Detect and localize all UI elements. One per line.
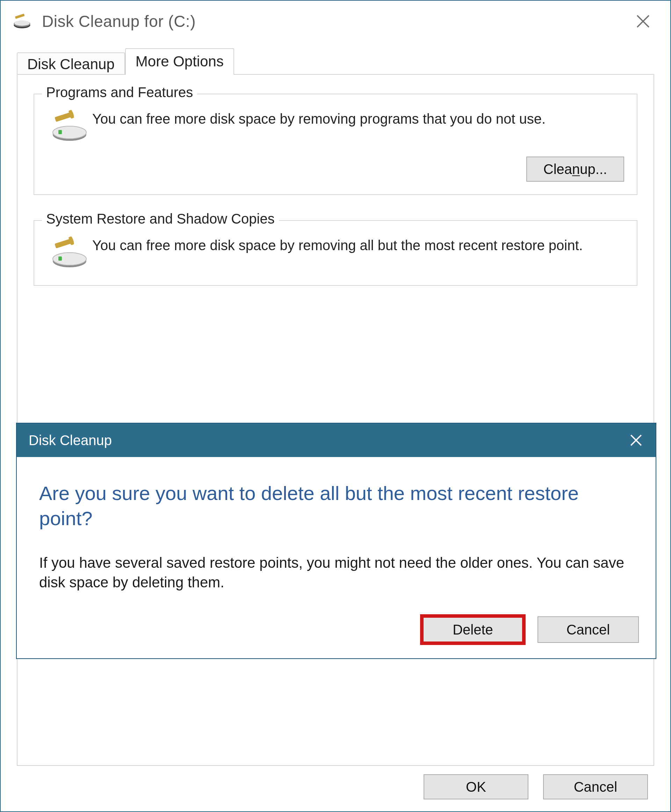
confirm-title: Disk Cleanup (29, 432, 622, 448)
drive-broom-icon (47, 234, 92, 272)
group-restore-legend: System Restore and Shadow Copies (42, 211, 279, 227)
svg-rect-3 (15, 14, 25, 19)
group-programs-text: You can free more disk space by removing… (92, 107, 624, 128)
disk-cleanup-window: Disk Cleanup for (C:) Disk Cleanup More … (0, 0, 671, 812)
confirm-button-row: Delete Cancel (17, 606, 656, 658)
tab-more-options[interactable]: More Options (125, 48, 234, 75)
delete-button[interactable]: Delete (422, 616, 523, 643)
titlebar: Disk Cleanup for (C:) (1, 1, 670, 42)
cleanup-button-label-acc: n (572, 162, 580, 177)
confirm-heading: Are you sure you want to delete all but … (39, 481, 633, 531)
window-title: Disk Cleanup for (C:) (34, 12, 625, 31)
confirm-dialog: Disk Cleanup Are you sure you want to de… (16, 423, 656, 659)
cleanup-programs-button[interactable]: Clean up... (526, 157, 624, 182)
group-programs-and-features: Programs and Features You can free more … (34, 94, 637, 195)
cancel-button[interactable]: Cancel (543, 774, 648, 799)
confirm-body-text: If you have several saved restore points… (39, 553, 633, 592)
svg-rect-8 (58, 130, 62, 134)
tab-strip: Disk Cleanup More Options (17, 48, 670, 74)
drive-broom-icon (47, 107, 92, 146)
disk-cleanup-app-icon (10, 10, 34, 33)
svg-rect-13 (58, 257, 62, 260)
confirm-titlebar: Disk Cleanup (17, 424, 656, 457)
window-close-button[interactable] (625, 5, 661, 37)
group-restore-text: You can free more disk space by removing… (92, 234, 624, 254)
group-system-restore: System Restore and Shadow Copies You can… (34, 220, 637, 286)
confirm-cancel-button[interactable]: Cancel (538, 616, 639, 643)
cleanup-button-label-pre: Clea (543, 162, 572, 177)
tab-panel-more-options: Programs and Features You can free more … (17, 74, 654, 766)
ok-button[interactable]: OK (424, 774, 528, 799)
svg-point-2 (14, 20, 30, 26)
svg-point-7 (53, 126, 86, 139)
group-programs-legend: Programs and Features (42, 85, 197, 100)
confirm-close-button[interactable] (622, 428, 651, 453)
outer-button-row: OK Cancel (424, 774, 648, 799)
cleanup-button-label-post: up... (580, 162, 607, 177)
tab-disk-cleanup[interactable]: Disk Cleanup (17, 53, 125, 75)
svg-point-12 (53, 253, 86, 265)
